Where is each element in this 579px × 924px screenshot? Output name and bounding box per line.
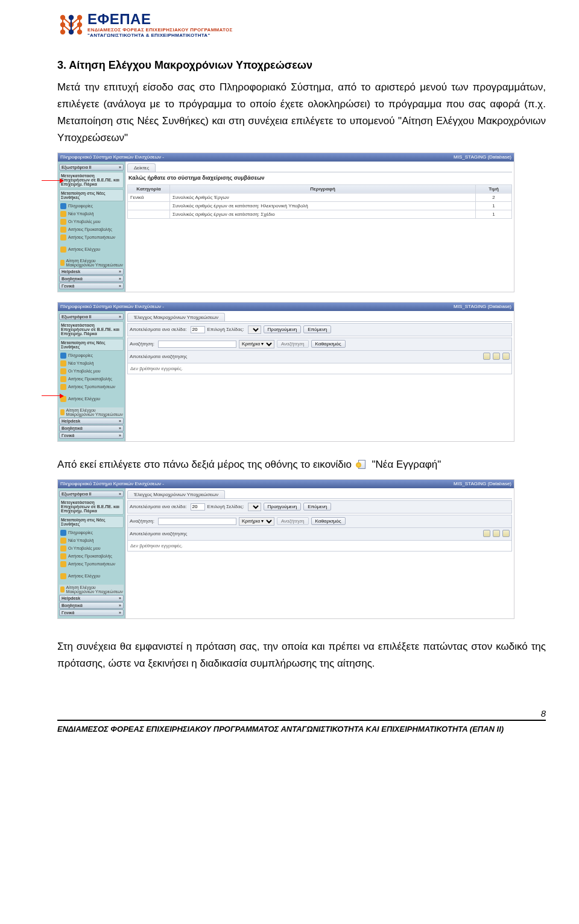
btn-prev[interactable]: Προηγούμενη xyxy=(264,503,302,511)
sidebar-acc-helpdesk[interactable]: Helpdesk» xyxy=(59,268,124,275)
empty-state: Δεν βρέθηκαν εγγραφές. xyxy=(127,541,512,552)
new-record-icon[interactable] xyxy=(493,353,500,360)
footer-text: ΕΝΔΙΑΜΕΣΟΣ ΦΟΡΕΑΣ ΕΠΙΧΕΙΡΗΣΙΑΚΟΥ ΠΡΟΓΡΑΜ… xyxy=(57,720,546,734)
sidebar-acc-genika[interactable]: Γενικά» xyxy=(59,432,124,439)
grid-icon[interactable] xyxy=(483,530,490,537)
resultbar-label: Αποτελέσματα αναζήτησης xyxy=(130,531,187,536)
select-criteria[interactable]: Κριτήρια ▾ xyxy=(239,340,274,348)
sidebar-item-advance[interactable]: Αιτήσεις Προκαταβολής xyxy=(59,226,124,233)
main-panel: Έλεγχος Μακροχρόνιων Υποχρεώσεων Αποτελέ… xyxy=(125,488,514,618)
grid-icon[interactable] xyxy=(483,353,490,360)
chevron-icon: » xyxy=(119,433,121,438)
chevron-icon: » xyxy=(119,492,121,496)
sidebar-item-new-submit[interactable]: Νέα Υποβολή xyxy=(59,360,124,367)
sidebar-sub-metegkatastasi[interactable]: Μετεγκατάσταση Επιχειρήσεων σε Β.Ε.ΠΕ. κ… xyxy=(59,172,124,188)
folder-icon xyxy=(60,538,66,544)
title-right: MIS_STAGING (Database) xyxy=(454,303,511,311)
sidebar-item-aitisi-elegxou-makro[interactable]: Αίτηση Ελέγχου Μακροχρόνιων Υποχρεώσεων xyxy=(59,585,124,594)
th-description: Περιγραφή xyxy=(170,184,476,193)
sidebar-item-info[interactable]: Πληροφορίες xyxy=(59,203,124,210)
sidebar-sub-metegkatastasi[interactable]: Μετεγκατάσταση Επιχειρήσεων σε Β.Ε.ΠΕ. κ… xyxy=(59,321,124,338)
sidebar-item-advance[interactable]: Αιτήσεις Προκαταβολής xyxy=(59,376,124,383)
sidebar-item-aitisi-elegxou-makro[interactable]: Αίτηση Ελέγχου Μακροχρόνιων Υποχρεώσεων xyxy=(59,258,124,268)
screenshot-3: Πληροφοριακό Σύστημα Κρατικών Ενισχύσεων… xyxy=(57,479,514,619)
input-search[interactable] xyxy=(158,341,236,348)
logo: ΕΦΕΠΑΕ ΕΝΔΙΑΜΕΣΟΣ ΦΟΡΕΑΣ ΕΠΙΧΕΙΡΗΣΙΑΚΟΥ … xyxy=(57,11,546,39)
new-record-icon[interactable] xyxy=(493,530,500,537)
folder-icon xyxy=(60,545,66,552)
window-titlebar: Πληροφοριακό Σύστημα Κρατικών Ενισχύσεων… xyxy=(58,480,514,488)
sidebar-item-amendments[interactable]: Αιτήσεις Τροποποιήσεων xyxy=(59,234,124,241)
chevron-icon: » xyxy=(119,165,121,169)
delete-icon[interactable] xyxy=(502,353,510,360)
sidebar-item-advance[interactable]: Αιτήσεις Προκαταβολής xyxy=(59,553,124,560)
sidebar-acc-boithitika[interactable]: Βοηθητικά» xyxy=(59,425,124,432)
para2-a: Από εκεί επιλέγετε στο πάνω δεξιά μέρος … xyxy=(57,459,355,470)
title-left: Πληροφοριακό Σύστημα Κρατικών Ενισχύσεων… xyxy=(60,480,164,488)
folder-icon xyxy=(60,553,66,559)
window-titlebar: Πληροφοριακό Σύστημα Κρατικών Ενισχύσεων… xyxy=(58,303,514,311)
sidebar-item-new-submit[interactable]: Νέα Υποβολή xyxy=(59,537,124,544)
sidebar-item-control[interactable]: Αιτήσεις Ελέγχου xyxy=(59,573,124,580)
btn-next[interactable]: Επόμενη xyxy=(303,325,331,333)
tab-elegxos-makro[interactable]: Έλεγχος Μακροχρόνιων Υποχρεώσεων xyxy=(127,313,225,321)
btn-prev[interactable]: Προηγούμενη xyxy=(264,325,302,333)
sidebar-sub-metapoiisi[interactable]: Μεταποίηση στις Νέες Συνθήκες xyxy=(59,339,124,351)
sidebar-item-my-submits[interactable]: Οι Υποβολές μου xyxy=(59,218,124,225)
sidebar-acc-genika[interactable]: Γενικά» xyxy=(59,609,124,616)
btn-next[interactable]: Επόμενη xyxy=(303,503,331,511)
tab-elegxos-makro[interactable]: Έλεγχος Μακροχρόνιων Υποχρεώσεων xyxy=(127,490,225,498)
btn-search[interactable]: Αναζήτηση xyxy=(277,340,309,348)
btn-search[interactable]: Αναζήτηση xyxy=(277,517,309,525)
lbl-search: Αναζήτηση: xyxy=(130,341,154,347)
delete-icon[interactable] xyxy=(502,530,510,537)
sidebar-acc-exostrefeia[interactable]: Εξωστρέφεια II» xyxy=(59,164,124,171)
title-right: MIS_STAGING (Database) xyxy=(454,480,511,488)
results-bar: Αποτελέσματα αναζήτησης xyxy=(127,528,512,541)
sidebar-item-amendments[interactable]: Αιτήσεις Τροποποιήσεων xyxy=(59,383,124,391)
sidebar-acc-genika[interactable]: Γενικά» xyxy=(59,283,124,289)
new-record-inline-icon xyxy=(356,460,367,470)
sidebar-item-my-submits[interactable]: Οι Υποβολές μου xyxy=(59,368,124,375)
sidebar-item-control[interactable]: Αιτήσεις Ελέγχου xyxy=(59,395,124,403)
input-perpage[interactable] xyxy=(191,503,205,511)
btn-clear[interactable]: Καθαρισμός xyxy=(311,340,346,348)
sidebar-acc-helpdesk[interactable]: Helpdesk» xyxy=(59,595,124,602)
search-toolbar: Αναζήτηση: Κριτήρια ▾ Αναζήτηση Καθαρισμ… xyxy=(127,338,512,351)
sidebar-acc-boithitika[interactable]: Βοηθητικά» xyxy=(59,602,124,609)
sidebar-item-info[interactable]: Πληροφορίες xyxy=(59,529,124,536)
folder-icon xyxy=(60,368,66,374)
folder-icon xyxy=(60,260,65,266)
sidebar-item-amendments[interactable]: Αιτήσεις Τροποποιήσεων xyxy=(59,561,124,568)
folder-icon xyxy=(60,384,66,390)
title-left: Πληροφοριακό Σύστημα Κρατικών Ενισχύσεων… xyxy=(60,303,164,311)
folder-icon xyxy=(60,360,66,366)
table-row: Γενικά Συνολικός Αριθμός Έργων 2 xyxy=(128,193,512,201)
chevron-icon: » xyxy=(119,603,121,608)
select-criteria[interactable]: Κριτήρια ▾ xyxy=(239,517,274,526)
input-search[interactable] xyxy=(158,518,236,525)
select-page[interactable] xyxy=(248,325,261,334)
sidebar-sub-metapoiisi[interactable]: Μεταποίηση στις Νέες Συνθήκες xyxy=(59,189,124,201)
pager-toolbar: Αποτελέσματα ανα σελίδα: Επιλογή Σελίδας… xyxy=(127,323,512,336)
sidebar-sub-metapoiisi[interactable]: Μεταποίηση στις Νέες Συνθήκες xyxy=(59,516,124,528)
table-row: Συνολικός αριθμός έργων σε κατάσταση: Ηλ… xyxy=(128,201,512,210)
sidebar-acc-exostrefeia[interactable]: Εξωστρέφεια II» xyxy=(59,313,124,320)
sidebar-acc-helpdesk[interactable]: Helpdesk» xyxy=(59,418,124,424)
empty-state: Δεν βρέθηκαν εγγραφές. xyxy=(127,363,512,374)
sidebar: Εξωστρέφεια II» Μετεγκατάσταση Επιχειρήσ… xyxy=(58,488,125,618)
sidebar-acc-boithitika[interactable]: Βοηθητικά» xyxy=(59,275,124,282)
red-arrow-to-menu-item xyxy=(42,395,62,396)
tab-deiktes[interactable]: Δείκτες xyxy=(127,163,156,172)
sidebar-item-info[interactable]: Πληροφορίες xyxy=(59,352,124,359)
chevron-icon: » xyxy=(119,277,121,281)
btn-clear[interactable]: Καθαρισμός xyxy=(311,517,346,525)
sidebar-item-my-submits[interactable]: Οι Υποβολές μου xyxy=(59,545,124,552)
input-perpage[interactable] xyxy=(191,326,205,333)
select-page[interactable] xyxy=(248,503,261,511)
sidebar-acc-exostrefeia[interactable]: Εξωστρέφεια II» xyxy=(59,491,124,497)
sidebar-sub-metegkatastasi[interactable]: Μετεγκατάσταση Επιχειρήσεων σε Β.Ε.ΠΕ. κ… xyxy=(59,498,124,515)
sidebar-item-control[interactable]: Αιτήσεις Ελέγχου xyxy=(59,246,124,253)
sidebar-item-new-submit[interactable]: Νέα Υποβολή xyxy=(59,210,124,218)
sidebar-item-aitisi-elegxou-makro[interactable]: Αίτηση Ελέγχου Μακροχρόνιων Υποχρεώσεων xyxy=(59,407,124,417)
